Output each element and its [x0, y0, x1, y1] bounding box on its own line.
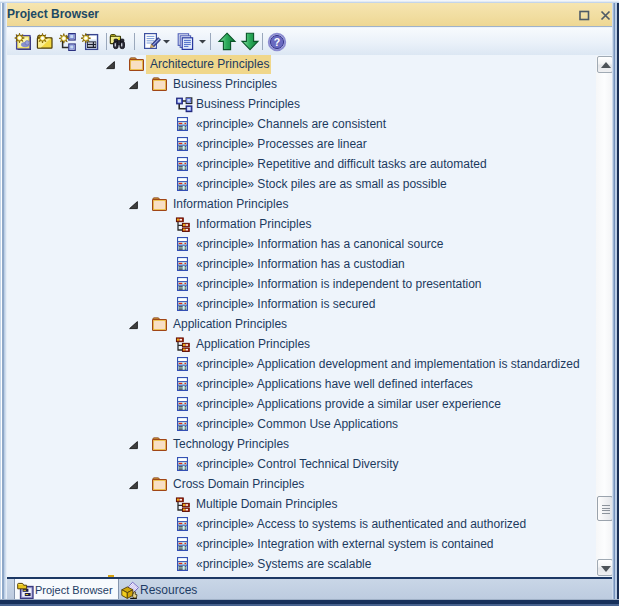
svg-text:?: ? — [274, 36, 280, 48]
